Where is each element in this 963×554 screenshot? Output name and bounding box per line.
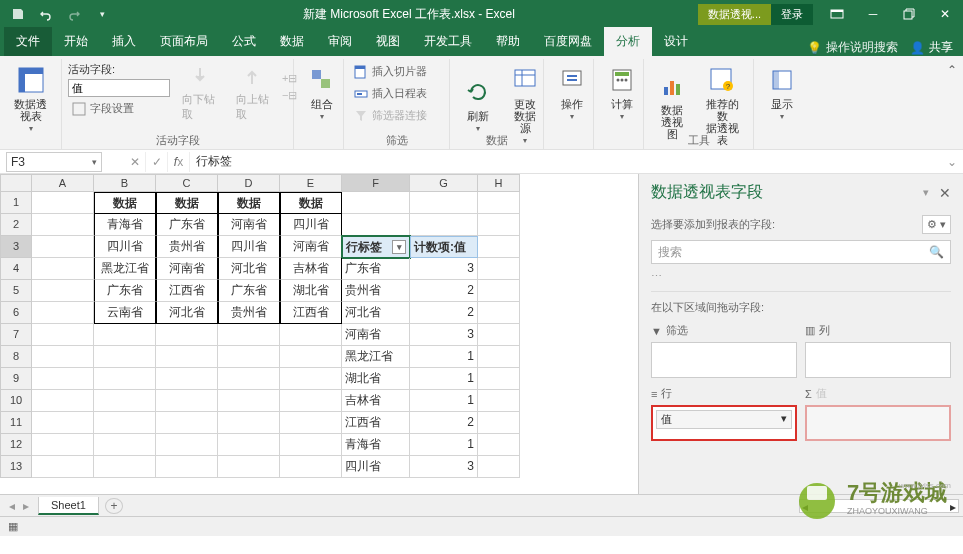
cell[interactable] [478,412,520,434]
row-header[interactable]: 2 [0,214,32,236]
cell[interactable] [32,368,94,390]
cell[interactable] [156,324,218,346]
col-header[interactable]: D [218,174,280,192]
col-header[interactable]: H [478,174,520,192]
cell[interactable] [410,192,478,214]
fieldpane-tools-button[interactable]: ⚙ ▾ [922,215,951,234]
row-field-item[interactable]: 值▾ [656,410,792,429]
col-header[interactable]: F [342,174,410,192]
cell[interactable] [32,346,94,368]
cell[interactable] [94,324,156,346]
cell[interactable] [156,390,218,412]
col-header[interactable]: B [94,174,156,192]
ribbon-options-icon[interactable] [819,0,855,28]
row-header[interactable]: 3 [0,236,32,258]
cell[interactable]: 四川省 [280,214,342,236]
cell[interactable] [94,368,156,390]
pivot-rowlabel-header[interactable]: 行标签▾ [342,236,410,258]
add-sheet-button[interactable]: + [105,498,123,514]
cell[interactable]: 广东省 [342,258,410,280]
cell[interactable] [478,302,520,324]
cell[interactable] [32,434,94,456]
cell[interactable] [32,324,94,346]
field-settings-button[interactable]: 字段设置 [68,99,170,118]
col-header[interactable]: C [156,174,218,192]
tell-me-search[interactable]: 💡操作说明搜索 [807,39,898,56]
cell[interactable]: 吉林省 [342,390,410,412]
cell[interactable]: 广东省 [94,280,156,302]
row-header[interactable]: 12 [0,434,32,456]
tab-data[interactable]: 数据 [268,27,316,56]
cell[interactable]: 河南省 [218,214,280,236]
cell[interactable]: 2 [410,412,478,434]
cell[interactable]: 数据 [280,192,342,214]
cell[interactable] [280,412,342,434]
cell[interactable] [478,214,520,236]
row-header[interactable]: 7 [0,324,32,346]
rows-drop-area[interactable]: 值▾ [651,405,797,441]
cell[interactable]: 湖北省 [280,280,342,302]
login-button[interactable]: 登录 [771,4,813,25]
cell[interactable] [478,434,520,456]
cell[interactable] [342,214,410,236]
columns-drop-area[interactable] [805,342,951,378]
cell[interactable]: 湖北省 [342,368,410,390]
redo-button[interactable] [62,3,86,25]
cell[interactable]: 1 [410,368,478,390]
show-button[interactable]: 显示 ▾ [760,62,804,123]
cell[interactable]: 四川省 [94,236,156,258]
restore-button[interactable] [891,0,927,28]
field-list[interactable]: ⋯ [651,264,951,292]
cell[interactable] [218,434,280,456]
cell[interactable] [218,368,280,390]
cell[interactable]: 贵州省 [156,236,218,258]
cell[interactable]: 四川省 [218,236,280,258]
cell[interactable] [32,302,94,324]
activefield-input[interactable] [68,79,170,97]
cell[interactable]: 河南省 [280,236,342,258]
pivottable-button[interactable]: 数据透 视表 ▾ [6,62,55,135]
cell[interactable] [478,236,520,258]
accept-formula-button[interactable]: ✓ [146,152,168,172]
spreadsheet-grid[interactable]: A B C D E F G H 1数据数据数据数据2青海省广东省河南省四川省3四… [0,174,638,494]
cell[interactable]: 数据 [94,192,156,214]
row-header[interactable]: 11 [0,412,32,434]
cell[interactable]: 1 [410,346,478,368]
cell[interactable]: 黑龙江省 [342,346,410,368]
fieldpane-close-button[interactable]: ✕ [939,185,951,201]
row-header[interactable]: 13 [0,456,32,478]
cell[interactable]: 江西省 [342,412,410,434]
cell[interactable]: 计数项:值 [410,236,478,258]
cell[interactable] [478,368,520,390]
cell[interactable]: 1 [410,434,478,456]
cell[interactable] [342,192,410,214]
cell[interactable] [32,236,94,258]
formula-input[interactable]: 行标签 [190,153,941,170]
cell[interactable]: 2 [410,280,478,302]
cell[interactable]: 江西省 [156,280,218,302]
filter-drop-area[interactable] [651,342,797,378]
name-box[interactable]: F3 ▾ [6,152,102,172]
actions-button[interactable]: 操作 ▾ [550,62,594,123]
cell[interactable]: 1 [410,390,478,412]
close-button[interactable]: ✕ [927,0,963,28]
calc-button[interactable]: 计算 ▾ [600,62,644,123]
row-header[interactable]: 9 [0,368,32,390]
cell[interactable] [156,368,218,390]
cell[interactable]: 数据 [156,192,218,214]
col-header[interactable]: A [32,174,94,192]
cell[interactable] [478,192,520,214]
row-header[interactable]: 8 [0,346,32,368]
cell[interactable] [280,368,342,390]
group-button[interactable]: 组合 ▾ [300,62,344,123]
cell[interactable] [218,346,280,368]
cell[interactable]: 云南省 [94,302,156,324]
cell[interactable]: 江西省 [280,302,342,324]
cell[interactable] [94,390,156,412]
cell[interactable] [280,390,342,412]
cell[interactable] [32,456,94,478]
collapse-ribbon-button[interactable]: ⌃ [941,59,963,149]
cell[interactable] [218,324,280,346]
select-all-corner[interactable] [0,174,32,192]
cell[interactable] [94,346,156,368]
